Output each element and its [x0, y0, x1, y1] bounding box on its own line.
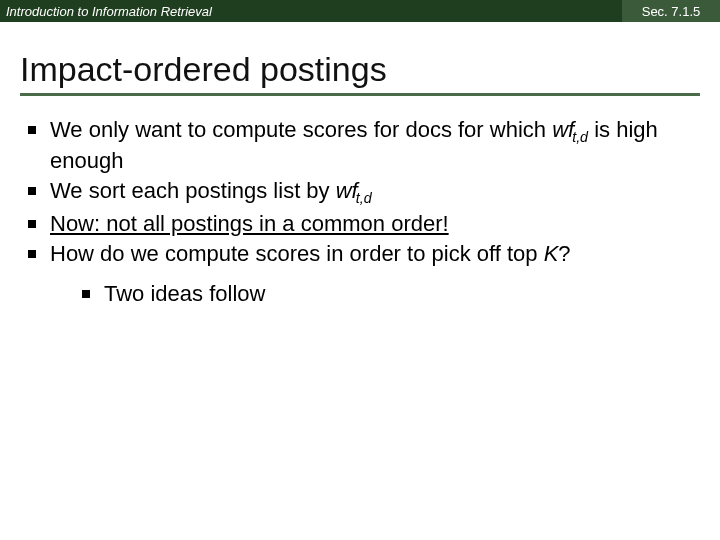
- title-rule: [20, 93, 700, 96]
- slide-title: Impact-ordered postings: [20, 50, 700, 89]
- wf-term: wf: [552, 117, 574, 142]
- sub-bullet-list: Two ideas follow: [50, 280, 694, 308]
- bullet-list: We only want to compute scores for docs …: [26, 116, 694, 308]
- section-ref: Sec. 7.1.5: [622, 0, 720, 22]
- bullet-text: We only want to compute scores for docs …: [50, 117, 552, 142]
- wf-subscript: t,d: [356, 190, 372, 206]
- bullet-item: How do we compute scores in order to pic…: [26, 240, 694, 308]
- k-var: K: [544, 241, 559, 266]
- wf-subscript: t,d: [572, 129, 588, 145]
- title-area: Impact-ordered postings: [0, 22, 720, 102]
- wf-term: wf: [336, 178, 358, 203]
- slide-header: Introduction to Information Retrieval Se…: [0, 0, 720, 22]
- bullet-item: We sort each postings list by wft,d: [26, 177, 694, 208]
- bullet-text: Two ideas follow: [104, 281, 265, 306]
- bullet-text: ?: [558, 241, 570, 266]
- course-title: Introduction to Information Retrieval: [0, 0, 622, 22]
- slide-body: We only want to compute scores for docs …: [0, 102, 720, 308]
- bullet-item: We only want to compute scores for docs …: [26, 116, 694, 175]
- bullet-text: We sort each postings list by: [50, 178, 336, 203]
- bullet-text: Now: not all postings in a common order!: [50, 211, 449, 236]
- bullet-text: How do we compute scores in order to pic…: [50, 241, 544, 266]
- sub-bullet-item: Two ideas follow: [80, 280, 694, 308]
- bullet-item: Now: not all postings in a common order!: [26, 210, 694, 238]
